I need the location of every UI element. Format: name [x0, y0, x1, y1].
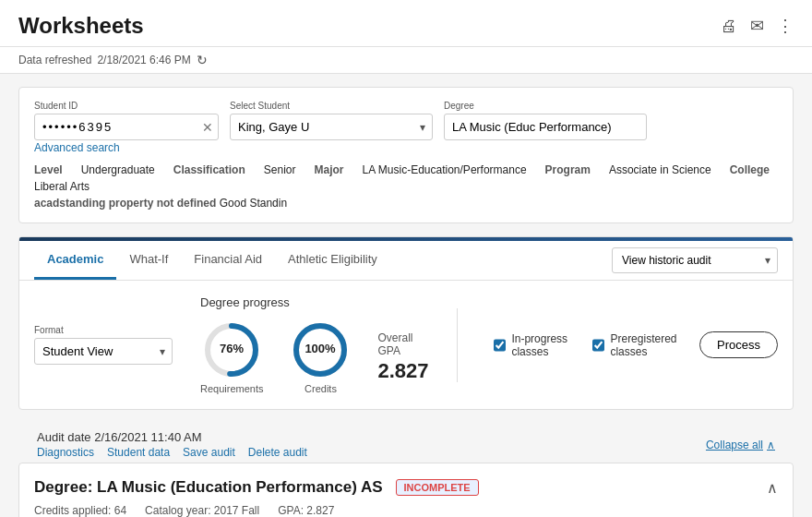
- preregistered-checkbox[interactable]: [592, 339, 604, 352]
- preregistered-label: Preregistered classes: [610, 332, 687, 358]
- degree-card: Degree: LA Music (Education Performance)…: [18, 463, 794, 517]
- select-student-field: Select Student King, Gaye U ▾: [230, 101, 433, 140]
- credits-svg: 100%: [291, 320, 350, 379]
- view-audit-dropdown[interactable]: View historic audit: [612, 247, 778, 273]
- gpa-meta-value: 2.827: [306, 504, 334, 517]
- collapse-card-button[interactable]: ∧: [767, 479, 778, 497]
- advanced-search-link[interactable]: Advanced search: [34, 141, 120, 154]
- tab-academic[interactable]: Academic: [34, 241, 116, 280]
- header: Worksheets 🖨 ✉ ⋮: [0, 0, 812, 47]
- student-id-input[interactable]: [34, 114, 219, 140]
- degree-card-meta: Credits applied: 64 Catalog year: 2017 F…: [34, 504, 778, 517]
- student-id-label: Student ID: [34, 101, 219, 111]
- audit-bar-links: Diagnostics Student data Save audit Dele…: [37, 446, 307, 459]
- credits-circle: 100% Credits: [291, 320, 350, 394]
- acad-value: Good Standin: [220, 197, 287, 210]
- incomplete-badge: INCOMPLETE: [396, 479, 479, 496]
- search-row: Student ID ✕ Select Student King, Gaye U…: [34, 101, 778, 140]
- catalog-year-label: Catalog year:: [145, 504, 210, 517]
- program-label: Program: [545, 163, 591, 176]
- in-progress-checkbox[interactable]: [494, 339, 506, 352]
- credits-label: Credits: [304, 383, 337, 394]
- main-content: Student ID ✕ Select Student King, Gaye U…: [0, 74, 812, 517]
- audit-bar-left: Audit date 2/16/2021 11:40 AM Diagnostic…: [37, 430, 307, 459]
- refresh-label: Data refreshed: [18, 54, 91, 66]
- student-id-input-wrap: ✕: [34, 114, 219, 140]
- tabs: Academic What-If Financial Aid Athletic …: [34, 241, 390, 280]
- save-audit-link[interactable]: Save audit: [183, 446, 235, 459]
- requirements-circle: 76% Requirements: [200, 320, 263, 394]
- tab-what-if[interactable]: What-If: [116, 241, 181, 280]
- page-title: Worksheets: [18, 13, 144, 39]
- tabs-header: Academic What-If Financial Aid Athletic …: [19, 241, 793, 281]
- student-data-link[interactable]: Student data: [107, 446, 170, 459]
- degree-progress-section: Degree progress 76% Requirements: [200, 295, 429, 394]
- svg-text:100%: 100%: [305, 342, 337, 355]
- credits-applied-value: 64: [114, 504, 126, 517]
- process-section: In-progress classes Preregistered classe…: [484, 331, 778, 358]
- select-student-wrap: King, Gaye U ▾: [230, 114, 433, 140]
- college-value: Liberal Arts: [34, 180, 90, 193]
- gpa-label: Overall GPA: [377, 331, 428, 357]
- vertical-divider: [457, 308, 458, 382]
- more-icon[interactable]: ⋮: [777, 16, 794, 36]
- gpa-item: GPA: 2.827: [278, 504, 334, 517]
- format-select-wrap: Student View ▾: [34, 338, 173, 365]
- acad-row: acadstanding property not defined Good S…: [34, 197, 778, 210]
- degree-progress-title: Degree progress: [200, 295, 429, 309]
- gpa-section: Overall GPA 2.827: [377, 331, 428, 383]
- classification-label: Classification: [173, 163, 245, 176]
- student-id-field: Student ID ✕: [34, 101, 219, 140]
- major-value: LA Music-Education/Performance: [362, 163, 526, 176]
- classification-value: Senior: [264, 163, 296, 176]
- degree-card-title: Degree: LA Music (Education Performance)…: [34, 478, 383, 497]
- degree-input[interactable]: [444, 114, 647, 140]
- in-progress-label: In-progress classes: [511, 332, 579, 358]
- header-actions: 🖨 ✉ ⋮: [721, 16, 794, 36]
- gpa-meta-label: GPA:: [278, 504, 304, 517]
- select-student-dropdown[interactable]: King, Gaye U: [230, 114, 433, 140]
- collapse-chevron: ∧: [767, 439, 775, 451]
- print-icon[interactable]: 🖨: [721, 17, 737, 36]
- degree-card-title-row: Degree: LA Music (Education Performance)…: [34, 478, 479, 497]
- audit-date-row: Audit date 2/16/2021 11:40 AM: [37, 430, 307, 444]
- preregistered-checkbox-item: Preregistered classes: [592, 332, 687, 358]
- degree-label: Degree: [444, 101, 647, 111]
- process-button[interactable]: Process: [699, 331, 778, 358]
- format-label: Format: [34, 325, 173, 335]
- level-label: Level: [34, 163, 63, 176]
- clear-student-id-button[interactable]: ✕: [202, 120, 213, 135]
- tab-athletic-eligibility[interactable]: Athletic Eligibility: [275, 241, 390, 280]
- credits-applied-item: Credits applied: 64: [34, 504, 126, 517]
- tab-financial-aid[interactable]: Financial Aid: [181, 241, 275, 280]
- collapse-all-link[interactable]: Collapse all ∧: [706, 439, 775, 451]
- in-progress-checkbox-item: In-progress classes: [494, 332, 579, 358]
- delete-audit-link[interactable]: Delete audit: [248, 446, 307, 459]
- view-audit-inner: View historic audit ▾: [612, 247, 778, 273]
- email-icon[interactable]: ✉: [750, 16, 764, 36]
- search-card: Student ID ✕ Select Student King, Gaye U…: [18, 87, 794, 223]
- credits-applied-label: Credits applied:: [34, 504, 111, 517]
- program-value: Associate in Science: [609, 163, 711, 176]
- acad-label: acadstanding property not defined: [34, 197, 216, 210]
- circles-row: 76% Requirements 100% Credits Overall: [200, 320, 429, 394]
- progress-area: Format Student View ▾ Degree progress: [19, 281, 793, 409]
- catalog-year-item: Catalog year: 2017 Fall: [145, 504, 259, 517]
- degree-card-header: Degree: LA Music (Education Performance)…: [34, 478, 778, 497]
- diagnostics-link[interactable]: Diagnostics: [37, 446, 94, 459]
- format-select[interactable]: Student View: [34, 338, 173, 365]
- view-audit-wrap: View historic audit ▾: [612, 247, 778, 273]
- tabs-area: Academic What-If Financial Aid Athletic …: [18, 236, 794, 410]
- audit-date-value: 2/16/2021 11:40 AM: [94, 430, 201, 444]
- refresh-icon[interactable]: ↻: [197, 53, 208, 67]
- college-label: College: [730, 163, 770, 176]
- requirements-svg: 76%: [202, 320, 261, 379]
- catalog-year-value: 2017 Fall: [214, 504, 259, 517]
- format-group: Format Student View ▾: [34, 325, 173, 365]
- requirements-label: Requirements: [200, 383, 263, 394]
- degree-field: Degree: [444, 101, 647, 140]
- collapse-all-label: Collapse all: [706, 439, 763, 451]
- major-label: Major: [314, 163, 343, 176]
- svg-text:76%: 76%: [220, 342, 244, 355]
- refresh-date: 2/18/2021 6:46 PM: [97, 54, 190, 66]
